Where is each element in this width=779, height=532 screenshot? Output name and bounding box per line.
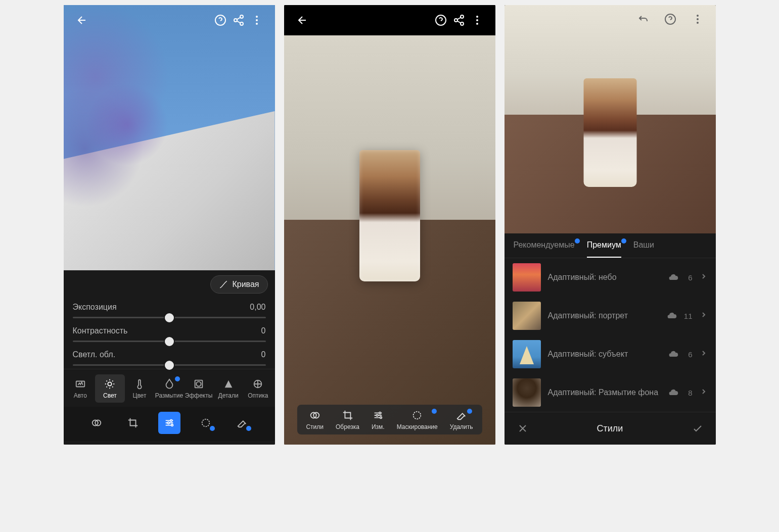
bottom-nav [64,407,275,441]
slider-track[interactable] [73,341,266,342]
heal-button[interactable] [231,412,253,434]
photo-preview[interactable]: Стили Обрезка Изм. Маскирование Удалить [284,35,495,445]
crop-button[interactable] [122,412,144,434]
tool-detail[interactable]: Детали [213,374,243,403]
tool-auto[interactable]: Авто [66,374,96,403]
slider-highlights[interactable]: Светл. обл. 0 [64,345,275,369]
back-button[interactable] [293,11,311,29]
tab-recommended[interactable]: Рекомендуемые [514,240,575,258]
slider-label: Экспозиция [73,303,117,312]
share-icon[interactable] [230,11,248,29]
panel-title: Стили [532,423,689,434]
premium-badge [175,376,180,381]
preset-list: Адаптивный: небо 6 Адаптивный: портрет 1… [505,258,716,412]
svg-point-1 [240,15,243,18]
preset-group-blur[interactable]: Адаптивный: Размытие фона 8 [505,373,716,412]
undo-button[interactable] [634,10,652,28]
tool-optics[interactable]: Оптика [243,374,273,403]
tool-presets[interactable]: Стили [306,410,324,430]
screen-presets: Рекомендуемые Премиум Ваши Адаптивный: н… [505,5,716,445]
tab-yours[interactable]: Ваши [633,240,654,258]
photo-preview[interactable] [64,5,275,270]
drop-icon [164,378,175,390]
tool-remove[interactable]: Удалить [450,410,473,430]
premium-badge [246,426,251,431]
vignette-icon [193,378,204,390]
help-icon[interactable] [211,11,230,29]
svg-point-14 [170,420,172,422]
preset-thumbnail [513,340,541,368]
auto-icon [75,378,86,390]
tool-blur[interactable]: Размытие [154,374,184,403]
tool-crop[interactable]: Обрезка [336,410,359,430]
slider-track[interactable] [73,317,266,318]
slider-value: 0 [261,326,266,335]
eraser-icon [456,410,467,421]
preset-group-sky[interactable]: Адаптивный: небо 6 [505,258,716,297]
preset-group-subject[interactable]: Адаптивный: субъект 6 [505,335,716,373]
curve-icon [219,280,228,289]
chevron-right-icon [700,311,708,321]
thermometer-icon [134,378,145,390]
preset-thumbnail [513,263,541,292]
mask-icon [411,410,423,421]
tool-color[interactable]: Цвет [125,374,155,403]
slider-thumb[interactable] [164,360,175,371]
tool-category-row: Авто Свет Цвет Размытие Эффекты Дета [64,369,275,407]
curves-label: Кривая [232,280,259,289]
svg-point-8 [108,382,112,385]
chevron-right-icon [700,272,708,282]
tool-masking[interactable]: Маскирование [397,410,438,430]
back-button[interactable] [73,11,91,29]
curves-button[interactable]: Кривая [210,275,267,294]
preset-count: 8 [685,389,693,397]
svg-point-33 [697,18,699,20]
tool-effects[interactable]: Эффекты [184,374,214,403]
premium-badge [467,409,472,414]
slider-value: 0,00 [250,303,265,312]
slider-thumb[interactable] [164,336,175,347]
photo-preview[interactable] [505,5,716,233]
slider-value: 0 [261,350,266,359]
screen-light-edit: Кривая Экспозиция 0,00 Контрастность 0 С… [64,5,275,445]
preset-count: 6 [685,273,693,282]
panel-footer: Стили [505,412,716,445]
presets-button[interactable] [85,412,108,434]
triangle-icon [223,378,234,390]
preset-label: Адаптивный: небо [548,272,661,283]
blue-badge [621,238,626,244]
tool-light[interactable]: Свет [95,374,125,403]
chevron-right-icon [700,349,708,359]
svg-point-21 [461,22,464,25]
slider-label: Контрастность [73,326,128,335]
more-icon[interactable] [689,10,707,28]
slider-track[interactable] [73,364,266,366]
cloud-icon [667,311,677,321]
svg-point-32 [697,15,699,17]
tab-premium[interactable]: Премиум [587,240,621,258]
tool-adjust[interactable]: Изм. [372,410,385,430]
top-bar [64,5,275,35]
more-icon[interactable] [248,11,266,29]
svg-point-34 [697,22,699,24]
svg-point-22 [476,16,478,18]
masking-button[interactable] [195,412,217,434]
more-icon[interactable] [468,11,486,29]
preset-tabs: Рекомендуемые Премиум Ваши [505,233,716,258]
adjust-button[interactable] [158,412,180,434]
chevron-right-icon [700,388,708,398]
svg-point-23 [476,19,478,21]
help-icon[interactable] [661,10,679,28]
svg-point-4 [256,16,258,18]
slider-contrast[interactable]: Контрастность 0 [64,321,275,345]
close-button[interactable] [514,419,532,438]
svg-point-5 [256,19,258,21]
slider-thumb[interactable] [164,312,175,323]
preset-group-portrait[interactable]: Адаптивный: портрет 11 [505,297,716,335]
svg-point-20 [454,19,457,22]
slider-exposure[interactable]: Экспозиция 0,00 [64,298,275,321]
confirm-button[interactable] [689,419,707,438]
help-icon[interactable] [432,11,450,29]
preset-label: Адаптивный: портрет [548,311,660,321]
share-icon[interactable] [450,11,468,29]
